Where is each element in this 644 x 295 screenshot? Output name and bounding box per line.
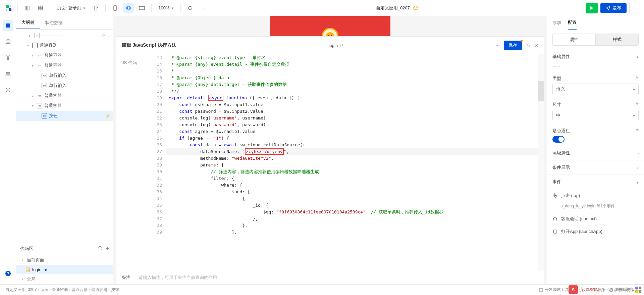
- save-button[interactable]: 保存: [504, 41, 522, 50]
- toolbar-more-button[interactable]: ⋯: [629, 3, 640, 13]
- event-contact[interactable]: 客服会话 (contact): [547, 212, 644, 225]
- field-size-label: 尺寸: [552, 102, 561, 108]
- grid-view-button[interactable]: [35, 3, 46, 13]
- svg-point-27: [331, 35, 332, 36]
- svg-rect-5: [41, 6, 43, 8]
- subtab-style[interactable]: 样式: [595, 34, 639, 46]
- breadcrumb-segment[interactable]: 按钮: [111, 287, 119, 292]
- page-selector[interactable]: 页面: 登录页: [54, 5, 88, 11]
- current-page-label: 当前页面: [27, 257, 44, 263]
- field-size-select[interactable]: 中: [552, 110, 639, 121]
- subtab-props[interactable]: 属性: [552, 34, 595, 46]
- refresh-button[interactable]: [185, 3, 196, 13]
- rail-help-button[interactable]: ?: [3, 268, 13, 279]
- tab-outline[interactable]: 大纲树: [16, 16, 40, 29]
- publish-button[interactable]: 发布: [600, 3, 627, 13]
- tree-item[interactable]: ▭按钮⚡: [16, 111, 113, 121]
- field-full-toggle[interactable]: [552, 136, 565, 143]
- tab-config[interactable]: 配置: [568, 16, 577, 30]
- rail-workflow-button[interactable]: [3, 52, 13, 63]
- page-label-prefix: 页面:: [57, 5, 67, 10]
- breadcrumb-segment[interactable]: 普通容器: [52, 287, 68, 292]
- tap-icon: [552, 193, 558, 198]
- tree-item[interactable]: ▭单行输入: [16, 70, 113, 81]
- rail-pages-button[interactable]: [3, 20, 13, 31]
- device-responsive-button[interactable]: [123, 3, 134, 13]
- breadcrumb-segment[interactable]: 普通容器: [71, 287, 88, 292]
- svg-point-0: [10, 5, 11, 6]
- svg-rect-7: [41, 8, 43, 10]
- editor-more-button[interactable]: ⋯: [495, 43, 500, 48]
- breadcrumb[interactable]: 自定义应用_0207 › 页面 › 普通容器 › 普通容器 › 普通容器 › 按…: [5, 287, 119, 293]
- tree-item[interactable]: ▸▭普通容器: [16, 91, 113, 101]
- field-type-select[interactable]: 填充: [552, 84, 639, 95]
- event-tap-label: 点击 (tap): [561, 193, 580, 199]
- section-advanced[interactable]: 高级属性 ›: [547, 146, 644, 160]
- outline-tree[interactable]: ▸ ▭ ⋯⋯ ⋯⋯⋯ ⟳ ··· ▾▭普通容器▸▭普通容器▾▭普通容器▭单行输入…: [16, 30, 113, 242]
- svg-rect-28: [553, 230, 557, 233]
- fx-icon[interactable]: fx: [636, 102, 639, 108]
- new-page-button[interactable]: [91, 3, 101, 13]
- svg-point-13: [6, 40, 10, 41]
- device-mobile-button[interactable]: [110, 3, 120, 13]
- ime-badge: S: [569, 285, 578, 294]
- floating-overlay: S 英 CSDN @ 低代码布道师: [569, 285, 641, 294]
- tree-item[interactable]: ▾▭普通容器: [16, 60, 113, 70]
- chevron-down-icon[interactable]: [637, 54, 639, 59]
- tab-add[interactable]: 添加: [552, 16, 561, 29]
- code-file-login[interactable]: JS login: [16, 265, 113, 274]
- add-icon[interactable]: +: [106, 246, 109, 252]
- rail-users-button[interactable]: [3, 68, 13, 79]
- code-current-page-folder[interactable]: ▾ 当前页面: [16, 255, 113, 265]
- section-condition[interactable]: 条件展示 ›: [547, 160, 644, 175]
- container-icon: ▭: [42, 113, 47, 118]
- tree-item-truncated[interactable]: ▸ ▭ ⋯⋯ ⋯⋯⋯ ⟳ ···: [16, 31, 113, 40]
- device-desktop-button[interactable]: [137, 3, 147, 13]
- tree-item[interactable]: ▾▭普通容器: [16, 40, 113, 50]
- run-button[interactable]: [586, 3, 598, 13]
- csdn-author: 低代码布道师: [607, 287, 633, 293]
- tab-state[interactable]: 状态数据: [40, 16, 68, 29]
- code-content[interactable]: * @param {string} event.type - 事件名 * @pa…: [166, 54, 538, 271]
- pin-icon[interactable]: ⚲: [338, 42, 344, 48]
- app-logo[interactable]: [4, 3, 13, 13]
- close-button[interactable]: ×: [535, 42, 538, 49]
- minimap[interactable]: [538, 54, 544, 271]
- svg-point-19: [7, 89, 9, 91]
- outline-view-button[interactable]: [22, 3, 33, 13]
- tree-item[interactable]: ▭单行输入: [16, 81, 113, 91]
- remark-input[interactable]: 请输入描述，可用于备注当前查询的作用: [139, 275, 538, 281]
- search-icon[interactable]: [98, 246, 103, 252]
- breadcrumb-segment[interactable]: 普通容器: [91, 287, 107, 292]
- event-launch-app[interactable]: 打开App (launchApp): [547, 225, 644, 238]
- svg-point-26: [328, 35, 329, 36]
- fx-icon[interactable]: fx: [636, 76, 639, 82]
- container-icon: ▭: [37, 53, 42, 58]
- left-panel-tabs: 大纲树 状态数据: [16, 16, 113, 30]
- zoom-selector[interactable]: 100%: [156, 5, 176, 10]
- container-icon: ▭: [42, 73, 47, 78]
- tree-item[interactable]: ▸▭普通容器: [16, 50, 113, 60]
- tree-item-label: 普通容器: [44, 103, 62, 109]
- chevron-down-icon[interactable]: [637, 180, 639, 185]
- rail-settings-button[interactable]: [3, 85, 13, 95]
- headset-icon: [552, 216, 558, 222]
- code-editor[interactable]: 1314151617181920212223242526272829303132…: [150, 54, 544, 271]
- bottom-bar: 自定义应用_0207 › 页面 › 普通容器 › 普通容器 › 普通容器 › 按…: [0, 284, 644, 295]
- more-button[interactable]: ⋯: [198, 3, 209, 13]
- breadcrumb-segment[interactable]: 自定义应用_0207: [5, 287, 37, 292]
- breadcrumb-segment[interactable]: 页面: [40, 287, 48, 292]
- fx-icon[interactable]: fx: [636, 128, 639, 134]
- field-fullwidth: 是否通栏fx: [547, 125, 644, 146]
- rail-data-button[interactable]: [3, 36, 13, 47]
- event-tap-handler[interactable]: u_deng_lu_ye.login 等1个事件: [547, 202, 644, 212]
- collapse-button[interactable]: [526, 43, 531, 48]
- code-global-folder[interactable]: ▸ 全局: [16, 274, 113, 284]
- section-advanced-title: 高级属性: [552, 150, 570, 156]
- bottom-debug-link[interactable]: 开发调试工具: [539, 287, 569, 293]
- svg-point-25: [326, 32, 334, 36]
- svg-text:?: ?: [7, 272, 9, 276]
- tree-item[interactable]: ▾▭普通容器: [16, 101, 113, 111]
- event-tap[interactable]: 点击 (tap): [547, 189, 644, 202]
- tree-item-label: 普通容器: [44, 52, 62, 58]
